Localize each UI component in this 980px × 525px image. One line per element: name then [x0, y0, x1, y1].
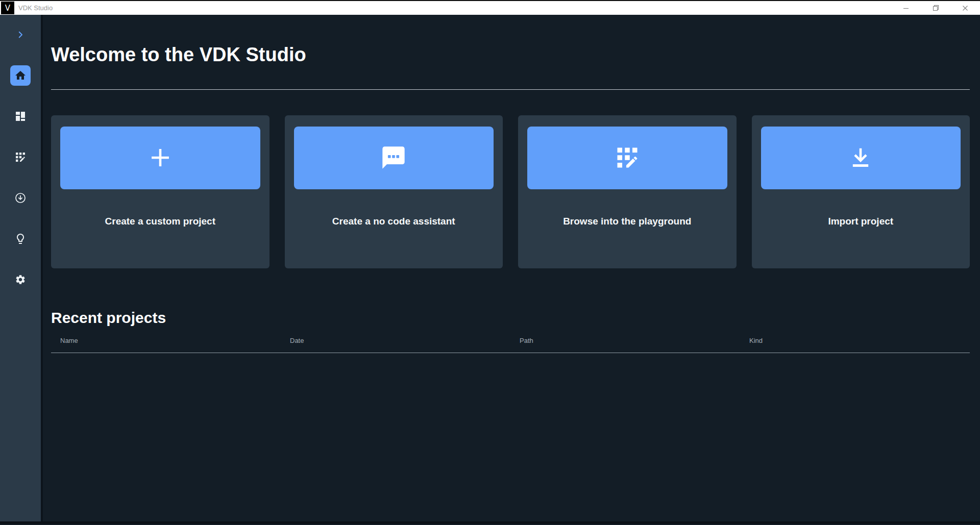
- window-bottom-edge: [0, 521, 980, 524]
- sidebar: [0, 15, 41, 521]
- action-cards: Create a custom project Create a no code…: [51, 115, 970, 268]
- download-circle-icon: [14, 192, 27, 204]
- create-no-code-assistant-button[interactable]: [294, 127, 494, 189]
- window-title: VDK Studio: [18, 4, 53, 12]
- recent-projects-table-header: Name Date Path Kind: [51, 337, 970, 353]
- card-label: Browse into the playground: [527, 216, 727, 227]
- lightbulb-icon: [14, 233, 27, 245]
- minimize-button[interactable]: [891, 1, 921, 15]
- app-body: Welcome to the VDK Studio Create a custo…: [0, 15, 980, 521]
- page-title: Welcome to the VDK Studio: [51, 43, 970, 67]
- app-registration-icon: [614, 144, 641, 171]
- chat-icon: [380, 144, 407, 171]
- vdk-logo-letter: V: [5, 4, 10, 13]
- sidebar-item-playground[interactable]: [0, 143, 41, 171]
- main-content: Welcome to the VDK Studio Create a custo…: [43, 15, 980, 521]
- restore-icon: [933, 5, 939, 11]
- card-label: Import project: [761, 216, 961, 227]
- card-create-custom-project[interactable]: Create a custom project: [51, 115, 270, 268]
- vdk-logo: V: [1, 2, 14, 14]
- app-registration-icon: [14, 151, 27, 163]
- card-import-project[interactable]: Import project: [752, 115, 970, 268]
- card-browse-playground[interactable]: Browse into the playground: [518, 115, 737, 268]
- column-header-kind: Kind: [740, 337, 970, 344]
- create-custom-project-button[interactable]: [60, 127, 260, 189]
- chevron-right-icon: [16, 30, 25, 39]
- close-icon: [962, 5, 968, 11]
- titlebar: V VDK Studio: [0, 0, 980, 15]
- active-item-highlight: [10, 65, 31, 86]
- home-icon: [14, 69, 27, 82]
- sidebar-item-home[interactable]: [0, 61, 41, 90]
- download-icon: [847, 144, 874, 171]
- column-header-date: Date: [281, 337, 510, 344]
- recent-projects-title: Recent projects: [51, 309, 970, 327]
- column-header-name: Name: [51, 337, 281, 344]
- sidebar-item-dashboard[interactable]: [0, 102, 41, 131]
- sidebar-expand-button[interactable]: [0, 20, 41, 49]
- minimize-icon: [903, 5, 909, 11]
- card-label: Create a no code assistant: [294, 216, 494, 227]
- window-controls: [891, 1, 980, 15]
- sidebar-item-tips[interactable]: [0, 224, 41, 253]
- sidebar-item-settings[interactable]: [0, 265, 41, 294]
- restore-button[interactable]: [921, 1, 950, 15]
- column-header-path: Path: [510, 337, 740, 344]
- browse-playground-button[interactable]: [527, 127, 727, 189]
- dashboard-icon: [14, 110, 27, 122]
- sidebar-item-downloads[interactable]: [0, 184, 41, 212]
- title-divider: [51, 89, 970, 90]
- gear-icon: [15, 274, 26, 285]
- close-button[interactable]: [950, 1, 980, 15]
- import-project-button[interactable]: [761, 127, 961, 189]
- plus-icon: [147, 144, 174, 171]
- card-label: Create a custom project: [60, 216, 260, 227]
- card-create-no-code-assistant[interactable]: Create a no code assistant: [285, 115, 503, 268]
